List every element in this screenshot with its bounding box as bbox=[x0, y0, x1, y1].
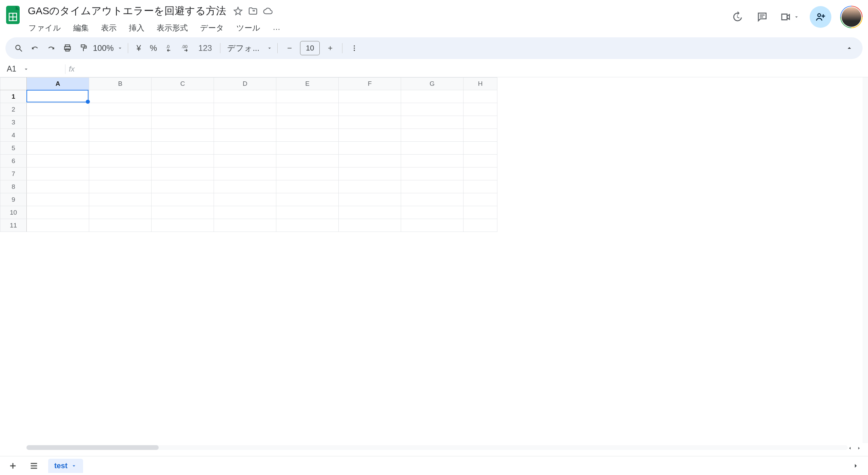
number-format-button[interactable]: 123 bbox=[195, 41, 215, 55]
redo-icon[interactable] bbox=[44, 41, 58, 55]
cell[interactable] bbox=[89, 129, 152, 142]
cell[interactable] bbox=[27, 180, 89, 193]
cell[interactable] bbox=[401, 129, 463, 142]
cell[interactable] bbox=[214, 116, 276, 129]
history-icon[interactable] bbox=[730, 9, 745, 24]
row-header[interactable]: 8 bbox=[0, 180, 27, 193]
cell[interactable] bbox=[89, 116, 152, 129]
cell[interactable] bbox=[276, 103, 339, 116]
cell[interactable] bbox=[152, 103, 214, 116]
cell[interactable] bbox=[214, 129, 276, 142]
horizontal-scrollbar[interactable] bbox=[26, 444, 848, 451]
cell[interactable] bbox=[89, 167, 152, 180]
cell[interactable] bbox=[276, 116, 339, 129]
print-icon[interactable] bbox=[60, 41, 75, 55]
cell[interactable] bbox=[27, 206, 89, 219]
cell[interactable] bbox=[27, 129, 89, 142]
cell[interactable] bbox=[401, 142, 463, 155]
col-header[interactable]: C bbox=[152, 78, 214, 90]
scroll-left-icon[interactable] bbox=[846, 444, 854, 452]
menu-data[interactable]: データ bbox=[199, 22, 225, 34]
comments-icon[interactable] bbox=[755, 9, 770, 24]
cell[interactable] bbox=[214, 103, 276, 116]
cell[interactable] bbox=[27, 219, 89, 232]
col-header[interactable]: G bbox=[401, 78, 463, 90]
cell[interactable] bbox=[27, 193, 89, 206]
cell[interactable] bbox=[214, 219, 276, 232]
cell[interactable] bbox=[152, 90, 214, 103]
cell[interactable] bbox=[339, 206, 401, 219]
row-header[interactable]: 1 bbox=[0, 90, 27, 103]
menu-view[interactable]: 表示 bbox=[100, 22, 118, 34]
cell[interactable] bbox=[276, 90, 339, 103]
cell[interactable] bbox=[27, 142, 89, 155]
menu-edit[interactable]: 編集 bbox=[72, 22, 90, 34]
cell[interactable] bbox=[27, 167, 89, 180]
row-header[interactable]: 4 bbox=[0, 129, 27, 142]
cell[interactable] bbox=[27, 116, 89, 129]
cell[interactable] bbox=[401, 116, 463, 129]
grid-scroll[interactable]: ABCDEFGH1234567891011 bbox=[0, 77, 863, 443]
col-header[interactable]: F bbox=[339, 78, 401, 90]
cell[interactable] bbox=[339, 219, 401, 232]
cell[interactable] bbox=[89, 206, 152, 219]
cell[interactable] bbox=[214, 180, 276, 193]
col-header[interactable]: H bbox=[463, 78, 497, 90]
cell[interactable] bbox=[339, 167, 401, 180]
cell[interactable] bbox=[401, 206, 463, 219]
row-header[interactable]: 11 bbox=[0, 219, 27, 232]
cell[interactable] bbox=[276, 167, 339, 180]
decrease-decimal-button[interactable]: .0 bbox=[162, 41, 177, 55]
cell[interactable] bbox=[463, 219, 497, 232]
sheets-logo[interactable] bbox=[4, 3, 22, 27]
explore-icon[interactable] bbox=[850, 460, 862, 472]
zoom-select[interactable]: 100% bbox=[93, 43, 123, 53]
increase-decimal-button[interactable]: .00 bbox=[179, 41, 193, 55]
cell[interactable] bbox=[27, 103, 89, 116]
star-icon[interactable] bbox=[233, 6, 243, 16]
cell[interactable] bbox=[152, 167, 214, 180]
row-header[interactable]: 5 bbox=[0, 142, 27, 155]
cell[interactable] bbox=[89, 90, 152, 103]
font-size-increase[interactable] bbox=[323, 41, 337, 55]
cell[interactable] bbox=[339, 142, 401, 155]
cell[interactable] bbox=[463, 142, 497, 155]
cell[interactable] bbox=[152, 155, 214, 167]
cell[interactable] bbox=[339, 180, 401, 193]
add-sheet-button[interactable] bbox=[6, 459, 20, 473]
menu-tools[interactable]: ツール bbox=[235, 22, 262, 34]
all-sheets-button[interactable] bbox=[27, 459, 41, 473]
cell[interactable] bbox=[401, 167, 463, 180]
cell[interactable] bbox=[276, 155, 339, 167]
cell[interactable] bbox=[339, 129, 401, 142]
sheet-tab-active[interactable]: test bbox=[48, 459, 83, 473]
cell[interactable] bbox=[27, 90, 89, 103]
cell[interactable] bbox=[339, 103, 401, 116]
font-size-input[interactable] bbox=[300, 41, 320, 55]
col-header[interactable]: B bbox=[89, 78, 152, 90]
cell[interactable] bbox=[339, 90, 401, 103]
row-header[interactable]: 9 bbox=[0, 193, 27, 206]
cell[interactable] bbox=[214, 155, 276, 167]
doc-title[interactable]: GASのタイムアウトエラーを回避する方法 bbox=[26, 3, 228, 19]
spreadsheet-grid[interactable]: ABCDEFGH1234567891011 bbox=[0, 77, 497, 232]
menu-insert[interactable]: 挿入 bbox=[127, 22, 146, 34]
row-header[interactable]: 6 bbox=[0, 155, 27, 167]
cell[interactable] bbox=[401, 193, 463, 206]
cell[interactable] bbox=[89, 155, 152, 167]
account-avatar[interactable] bbox=[842, 7, 861, 27]
cell[interactable] bbox=[152, 219, 214, 232]
cell[interactable] bbox=[152, 142, 214, 155]
cell[interactable] bbox=[276, 193, 339, 206]
cell[interactable] bbox=[401, 90, 463, 103]
select-all-corner[interactable] bbox=[0, 78, 27, 90]
cell[interactable] bbox=[276, 142, 339, 155]
cell[interactable] bbox=[339, 193, 401, 206]
hscroll-thumb[interactable] bbox=[26, 445, 159, 450]
cell[interactable] bbox=[214, 167, 276, 180]
cell[interactable] bbox=[276, 206, 339, 219]
formula-input[interactable] bbox=[77, 61, 868, 77]
cell[interactable] bbox=[152, 193, 214, 206]
scroll-right-icon[interactable] bbox=[855, 444, 863, 452]
row-header[interactable]: 7 bbox=[0, 167, 27, 180]
